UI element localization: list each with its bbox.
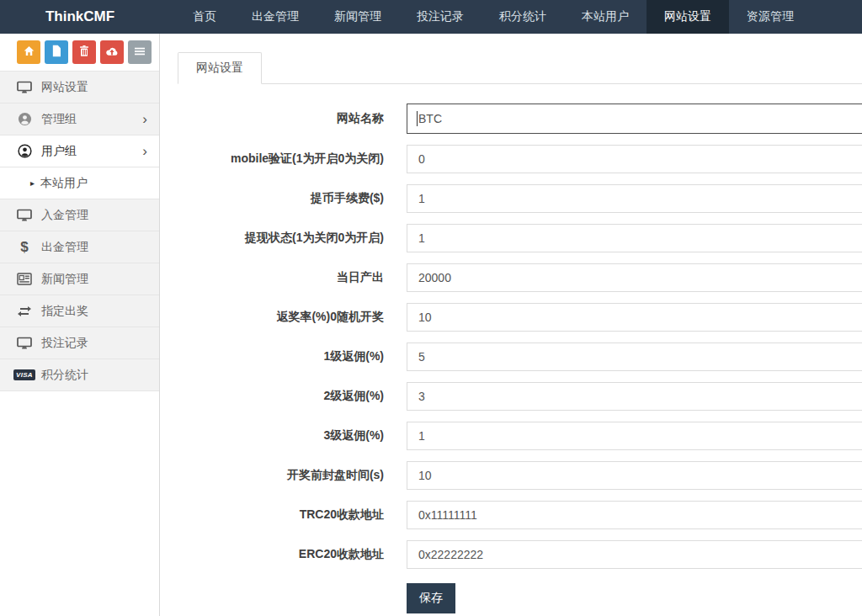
nav-item-home[interactable]: 首页 [175, 0, 234, 34]
sidebar: 网站设置 管理组 › 用户组 › ▸ 本站用户 入金管理 $ [0, 34, 160, 616]
trash-icon [78, 45, 90, 60]
field-label: mobile验证(1为开启0为关闭) [178, 151, 407, 167]
nav-item-bet-records[interactable]: 投注记录 [399, 0, 482, 34]
brand-logo: ThinkCMF [0, 0, 160, 34]
toolbar-list-button[interactable] [128, 40, 152, 64]
dollar-icon: $ [15, 239, 34, 256]
payout-rate-input[interactable] [407, 303, 862, 332]
mobile-verify-input[interactable] [407, 145, 862, 173]
monitor-icon [15, 81, 34, 94]
save-button[interactable]: 保存 [407, 583, 455, 613]
nav-item-news-management[interactable]: 新闻管理 [317, 0, 399, 34]
sidebar-item-label: 用户组 [41, 144, 77, 159]
field-label: 网站名称 [178, 111, 407, 126]
sidebar-item-label: 入金管理 [41, 208, 88, 223]
sidebar-item-user-group[interactable]: 用户组 › [0, 135, 159, 167]
home-icon [23, 45, 35, 60]
toolbar-cloud-button[interactable] [100, 40, 124, 64]
form-row: mobile验证(1为开启0为关闭) [178, 145, 862, 173]
chevron-right-icon: › [142, 112, 147, 126]
field-label: 提币手续费($) [178, 191, 407, 206]
rebate-level1-input[interactable] [407, 343, 862, 371]
chevron-right-icon: › [142, 144, 147, 158]
field-label: ERC20收款地址 [178, 547, 407, 562]
field-label: 提现状态(1为关闭0为开启) [178, 231, 407, 246]
exchange-arrows-icon [15, 305, 34, 317]
nav-item-resource-management[interactable]: 资源管理 [729, 0, 811, 34]
field-label: 1级返佣(%) [178, 349, 407, 364]
nav-item-withdraw-management[interactable]: 出金管理 [234, 0, 317, 34]
cloud-upload-icon [105, 45, 119, 60]
monitor-icon [15, 209, 34, 222]
form-row: 3级返佣(%) [178, 422, 862, 450]
sidebar-item-admin-group[interactable]: 管理组 › [0, 104, 159, 135]
trc20-address-input[interactable] [407, 501, 862, 529]
daily-output-input[interactable] [407, 263, 862, 292]
user-icon [15, 144, 34, 158]
sidebar-item-assign-lottery[interactable]: 指定出奖 [0, 295, 159, 327]
main-nav: 首页 出金管理 新闻管理 投注记录 积分统计 本站用户 网站设置 资源管理 [175, 0, 811, 34]
lock-time-input[interactable] [407, 461, 862, 490]
field-label: 开奖前封盘时间(s) [178, 468, 407, 483]
form-row: TRC20收款地址 [178, 501, 862, 529]
field-label: 3级返佣(%) [178, 428, 407, 443]
toolbar-home-button[interactable] [17, 40, 40, 64]
sidebar-item-label: 本站用户 [40, 176, 88, 191]
visa-card-icon: VISA [15, 369, 34, 380]
sidebar-item-label: 积分统计 [41, 368, 88, 383]
form-row: 当日产出 [178, 263, 862, 292]
sidebar-menu: 网站设置 管理组 › 用户组 › ▸ 本站用户 入金管理 $ [0, 71, 159, 391]
tab-bar: 网站设置 [178, 52, 862, 84]
nav-item-points-stats[interactable]: 积分统计 [482, 0, 564, 34]
triangle-marker-icon: ▸ [30, 178, 35, 188]
tab-site-settings[interactable]: 网站设置 [178, 52, 262, 84]
site-name-input[interactable] [407, 104, 862, 134]
text-cursor [417, 111, 418, 126]
admin-user-icon [15, 112, 34, 126]
sidebar-item-label: 指定出奖 [41, 304, 88, 319]
rebate-level2-input[interactable] [407, 382, 862, 411]
sidebar-item-label: 新闻管理 [41, 272, 88, 287]
sidebar-item-label: 投注记录 [41, 336, 88, 351]
sidebar-item-label: 管理组 [41, 112, 77, 127]
field-label: 返奖率(%)0随机开奖 [178, 310, 407, 325]
nav-item-site-users[interactable]: 本站用户 [564, 0, 646, 34]
rebate-level3-input[interactable] [407, 422, 862, 450]
sidebar-item-deposit[interactable]: 入金管理 [0, 199, 159, 231]
settings-form: 网站名称 mobile验证(1为开启0为关闭) 提币手续费($) 提现状态(1为… [178, 104, 862, 613]
sidebar-item-withdraw[interactable]: $ 出金管理 [0, 231, 159, 263]
monitor-icon [15, 337, 34, 350]
field-label: 2级返佣(%) [178, 389, 407, 404]
list-icon [134, 46, 146, 59]
toolbar-file-button[interactable] [45, 40, 68, 64]
sidebar-item-bet-records[interactable]: 投注记录 [0, 327, 159, 359]
toolbar-trash-button[interactable] [72, 40, 96, 64]
sidebar-item-news[interactable]: 新闻管理 [0, 263, 159, 295]
nav-item-site-settings[interactable]: 网站设置 [646, 0, 729, 34]
withdraw-fee-input[interactable] [407, 184, 862, 213]
top-navbar: ThinkCMF 首页 出金管理 新闻管理 投注记录 积分统计 本站用户 网站设… [0, 0, 862, 34]
sidebar-item-points-stats[interactable]: VISA 积分统计 [0, 359, 159, 391]
main-content: 网站设置 网站名称 mobile验证(1为开启0为关闭) 提币手续费($) 提现… [161, 34, 862, 616]
form-row: 1级返佣(%) [178, 343, 862, 371]
form-row: 2级返佣(%) [178, 382, 862, 411]
field-label: TRC20收款地址 [178, 507, 407, 523]
form-row: 网站名称 [178, 104, 862, 134]
field-label: 当日产出 [178, 270, 407, 285]
sidebar-item-label: 出金管理 [41, 240, 88, 255]
withdraw-status-input[interactable] [407, 224, 862, 252]
form-row: 开奖前封盘时间(s) [178, 461, 862, 490]
erc20-address-input[interactable] [407, 540, 862, 569]
sidebar-item-site-users[interactable]: ▸ 本站用户 [0, 167, 159, 199]
file-icon [51, 45, 62, 60]
form-row: 提现状态(1为关闭0为开启) [178, 224, 862, 252]
form-row: 提币手续费($) [178, 184, 862, 213]
sidebar-toolbar [0, 34, 159, 71]
form-row: ERC20收款地址 [178, 540, 862, 569]
newspaper-icon [15, 273, 34, 285]
form-row: 返奖率(%)0随机开奖 [178, 303, 862, 332]
sidebar-item-label: 网站设置 [41, 80, 88, 95]
sidebar-item-site-settings[interactable]: 网站设置 [0, 72, 159, 104]
